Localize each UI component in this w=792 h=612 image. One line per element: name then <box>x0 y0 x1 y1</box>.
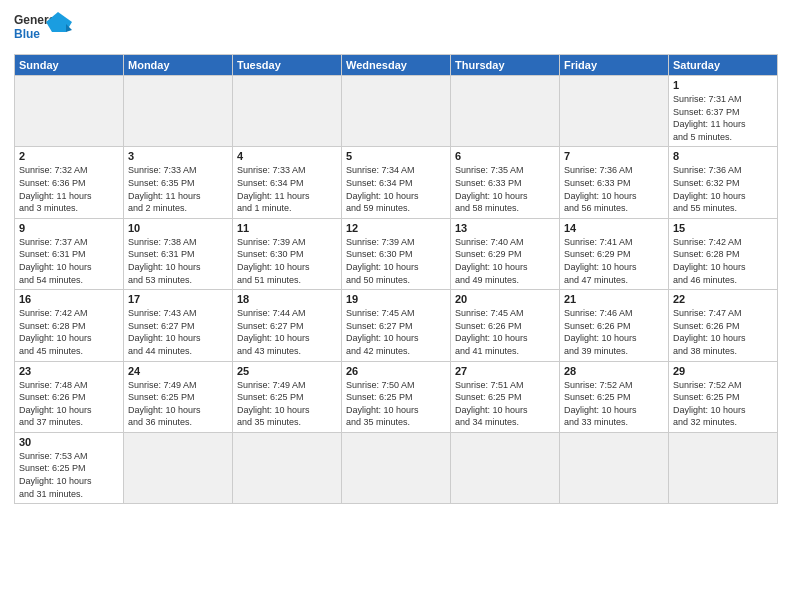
logo-svg: GeneralBlue <box>14 10 74 48</box>
weekday-friday: Friday <box>560 55 669 76</box>
day-number: 22 <box>673 293 773 305</box>
day-info: Sunrise: 7:36 AMSunset: 6:33 PMDaylight:… <box>564 164 664 214</box>
day-info: Sunrise: 7:41 AMSunset: 6:29 PMDaylight:… <box>564 236 664 286</box>
day-cell: 18Sunrise: 7:44 AMSunset: 6:27 PMDayligh… <box>233 290 342 361</box>
day-number: 18 <box>237 293 337 305</box>
day-info: Sunrise: 7:36 AMSunset: 6:32 PMDaylight:… <box>673 164 773 214</box>
day-cell <box>342 432 451 503</box>
day-cell <box>560 76 669 147</box>
weekday-tuesday: Tuesday <box>233 55 342 76</box>
day-cell: 22Sunrise: 7:47 AMSunset: 6:26 PMDayligh… <box>669 290 778 361</box>
page: GeneralBlue SundayMondayTuesdayWednesday… <box>0 0 792 612</box>
day-info: Sunrise: 7:34 AMSunset: 6:34 PMDaylight:… <box>346 164 446 214</box>
day-number: 14 <box>564 222 664 234</box>
week-row-5: 23Sunrise: 7:48 AMSunset: 6:26 PMDayligh… <box>15 361 778 432</box>
day-number: 6 <box>455 150 555 162</box>
day-info: Sunrise: 7:47 AMSunset: 6:26 PMDaylight:… <box>673 307 773 357</box>
day-number: 3 <box>128 150 228 162</box>
weekday-wednesday: Wednesday <box>342 55 451 76</box>
day-number: 28 <box>564 365 664 377</box>
day-info: Sunrise: 7:42 AMSunset: 6:28 PMDaylight:… <box>19 307 119 357</box>
day-cell: 8Sunrise: 7:36 AMSunset: 6:32 PMDaylight… <box>669 147 778 218</box>
day-cell: 17Sunrise: 7:43 AMSunset: 6:27 PMDayligh… <box>124 290 233 361</box>
day-cell <box>451 76 560 147</box>
day-cell: 28Sunrise: 7:52 AMSunset: 6:25 PMDayligh… <box>560 361 669 432</box>
day-number: 21 <box>564 293 664 305</box>
day-info: Sunrise: 7:31 AMSunset: 6:37 PMDaylight:… <box>673 93 773 143</box>
day-cell <box>233 76 342 147</box>
weekday-header-row: SundayMondayTuesdayWednesdayThursdayFrid… <box>15 55 778 76</box>
day-cell: 16Sunrise: 7:42 AMSunset: 6:28 PMDayligh… <box>15 290 124 361</box>
day-info: Sunrise: 7:45 AMSunset: 6:27 PMDaylight:… <box>346 307 446 357</box>
day-number: 25 <box>237 365 337 377</box>
day-cell <box>342 76 451 147</box>
day-number: 2 <box>19 150 119 162</box>
day-number: 23 <box>19 365 119 377</box>
week-row-6: 30Sunrise: 7:53 AMSunset: 6:25 PMDayligh… <box>15 432 778 503</box>
day-info: Sunrise: 7:50 AMSunset: 6:25 PMDaylight:… <box>346 379 446 429</box>
day-cell: 6Sunrise: 7:35 AMSunset: 6:33 PMDaylight… <box>451 147 560 218</box>
day-cell <box>233 432 342 503</box>
header: GeneralBlue <box>14 10 778 48</box>
day-cell: 30Sunrise: 7:53 AMSunset: 6:25 PMDayligh… <box>15 432 124 503</box>
day-info: Sunrise: 7:53 AMSunset: 6:25 PMDaylight:… <box>19 450 119 500</box>
svg-text:Blue: Blue <box>14 27 40 41</box>
day-cell <box>15 76 124 147</box>
day-info: Sunrise: 7:42 AMSunset: 6:28 PMDaylight:… <box>673 236 773 286</box>
day-number: 7 <box>564 150 664 162</box>
day-cell: 13Sunrise: 7:40 AMSunset: 6:29 PMDayligh… <box>451 218 560 289</box>
day-number: 26 <box>346 365 446 377</box>
day-cell: 2Sunrise: 7:32 AMSunset: 6:36 PMDaylight… <box>15 147 124 218</box>
day-info: Sunrise: 7:52 AMSunset: 6:25 PMDaylight:… <box>673 379 773 429</box>
day-number: 10 <box>128 222 228 234</box>
day-number: 27 <box>455 365 555 377</box>
day-info: Sunrise: 7:33 AMSunset: 6:35 PMDaylight:… <box>128 164 228 214</box>
day-cell: 15Sunrise: 7:42 AMSunset: 6:28 PMDayligh… <box>669 218 778 289</box>
day-info: Sunrise: 7:43 AMSunset: 6:27 PMDaylight:… <box>128 307 228 357</box>
day-info: Sunrise: 7:52 AMSunset: 6:25 PMDaylight:… <box>564 379 664 429</box>
day-info: Sunrise: 7:49 AMSunset: 6:25 PMDaylight:… <box>237 379 337 429</box>
day-info: Sunrise: 7:46 AMSunset: 6:26 PMDaylight:… <box>564 307 664 357</box>
day-info: Sunrise: 7:38 AMSunset: 6:31 PMDaylight:… <box>128 236 228 286</box>
day-cell <box>560 432 669 503</box>
day-info: Sunrise: 7:35 AMSunset: 6:33 PMDaylight:… <box>455 164 555 214</box>
day-info: Sunrise: 7:39 AMSunset: 6:30 PMDaylight:… <box>237 236 337 286</box>
day-cell: 3Sunrise: 7:33 AMSunset: 6:35 PMDaylight… <box>124 147 233 218</box>
weekday-sunday: Sunday <box>15 55 124 76</box>
day-cell: 10Sunrise: 7:38 AMSunset: 6:31 PMDayligh… <box>124 218 233 289</box>
day-number: 16 <box>19 293 119 305</box>
day-number: 24 <box>128 365 228 377</box>
day-info: Sunrise: 7:40 AMSunset: 6:29 PMDaylight:… <box>455 236 555 286</box>
day-cell: 11Sunrise: 7:39 AMSunset: 6:30 PMDayligh… <box>233 218 342 289</box>
day-number: 30 <box>19 436 119 448</box>
logo: GeneralBlue <box>14 10 74 48</box>
day-cell: 26Sunrise: 7:50 AMSunset: 6:25 PMDayligh… <box>342 361 451 432</box>
day-number: 5 <box>346 150 446 162</box>
day-number: 11 <box>237 222 337 234</box>
day-cell: 23Sunrise: 7:48 AMSunset: 6:26 PMDayligh… <box>15 361 124 432</box>
day-cell: 7Sunrise: 7:36 AMSunset: 6:33 PMDaylight… <box>560 147 669 218</box>
day-info: Sunrise: 7:51 AMSunset: 6:25 PMDaylight:… <box>455 379 555 429</box>
day-cell: 21Sunrise: 7:46 AMSunset: 6:26 PMDayligh… <box>560 290 669 361</box>
day-cell: 24Sunrise: 7:49 AMSunset: 6:25 PMDayligh… <box>124 361 233 432</box>
day-info: Sunrise: 7:33 AMSunset: 6:34 PMDaylight:… <box>237 164 337 214</box>
day-number: 1 <box>673 79 773 91</box>
day-cell <box>669 432 778 503</box>
day-cell <box>451 432 560 503</box>
day-number: 17 <box>128 293 228 305</box>
day-cell: 27Sunrise: 7:51 AMSunset: 6:25 PMDayligh… <box>451 361 560 432</box>
day-cell: 20Sunrise: 7:45 AMSunset: 6:26 PMDayligh… <box>451 290 560 361</box>
day-cell: 14Sunrise: 7:41 AMSunset: 6:29 PMDayligh… <box>560 218 669 289</box>
day-cell <box>124 76 233 147</box>
day-info: Sunrise: 7:49 AMSunset: 6:25 PMDaylight:… <box>128 379 228 429</box>
day-cell <box>124 432 233 503</box>
day-number: 19 <box>346 293 446 305</box>
day-number: 4 <box>237 150 337 162</box>
day-info: Sunrise: 7:37 AMSunset: 6:31 PMDaylight:… <box>19 236 119 286</box>
week-row-4: 16Sunrise: 7:42 AMSunset: 6:28 PMDayligh… <box>15 290 778 361</box>
weekday-monday: Monday <box>124 55 233 76</box>
day-number: 29 <box>673 365 773 377</box>
week-row-2: 2Sunrise: 7:32 AMSunset: 6:36 PMDaylight… <box>15 147 778 218</box>
day-cell: 5Sunrise: 7:34 AMSunset: 6:34 PMDaylight… <box>342 147 451 218</box>
day-number: 20 <box>455 293 555 305</box>
